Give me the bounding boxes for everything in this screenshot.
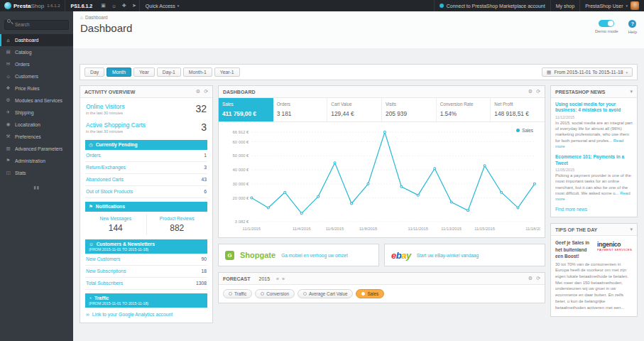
refresh-icon[interactable]: ⟳ (536, 89, 540, 94)
customers-newsletters-header: ☺ Customers & Newsletters (FROM 2015-11-… (85, 239, 207, 254)
shop-name[interactable]: PS1.6.1.2 (65, 0, 99, 11)
online-visitors-link[interactable]: Online Visitors (86, 103, 125, 110)
period-month-1-button[interactable]: Month-1 (183, 67, 212, 77)
kpi-orders[interactable]: Orders3 181 (273, 98, 328, 121)
next-year-button[interactable]: » (282, 276, 285, 281)
cart-icon[interactable]: ▣ (98, 3, 109, 9)
pending-orders-link[interactable]: Orders (86, 153, 101, 158)
refresh-icon[interactable]: ⟳ (536, 276, 540, 281)
sidebar-collapse-icon[interactable]: ▮▮ (33, 185, 40, 190)
period-year-button[interactable]: Year (133, 67, 155, 77)
ingenico-logo-subtext: payment services (597, 248, 633, 251)
kpi-cart-value[interactable]: Cart Value129,44 € (327, 98, 382, 121)
sidebar-item-customers[interactable]: ☺Customers (0, 70, 73, 82)
svg-text:20 000 €: 20 000 € (233, 196, 249, 200)
metric-traffic-pill[interactable]: Traffic (223, 289, 252, 298)
gear-icon[interactable]: ⚙ (196, 89, 200, 94)
quick-access-menu[interactable]: Quick Access ▾ (139, 0, 185, 11)
sidebar-item-catalog[interactable]: ▤Catalog (0, 46, 73, 58)
marketplace-icon (440, 4, 444, 8)
svg-text:3 082 €: 3 082 € (235, 220, 249, 224)
new-messages-value: 144 (87, 223, 145, 233)
pending-returns-link[interactable]: Return/Exchanges (86, 165, 126, 170)
gear-icon[interactable]: ⚙ (528, 276, 533, 281)
kpi-conversion-rate[interactable]: Conversion Rate1.54% (437, 98, 491, 121)
product-reviews-link[interactable]: Product Reviews (148, 216, 207, 221)
chevron-down-icon: ▾ (626, 4, 628, 8)
prestashop-logo[interactable]: PrestaShop 1.6.1.2 (0, 0, 65, 11)
active-carts-value: 3 (201, 121, 207, 133)
period-day-button[interactable]: Day (84, 67, 104, 77)
new-subscriptions-link[interactable]: New Subscriptions (86, 269, 126, 274)
metric-conversion-pill[interactable]: Conversion (255, 289, 295, 298)
toggle-switch[interactable] (599, 20, 614, 27)
sidebar-item-orders[interactable]: ✉Orders (0, 58, 73, 70)
list-item: Return/Exchanges3 (85, 162, 207, 174)
new-customers-link[interactable]: New Customers (86, 256, 120, 261)
period-day-1-button[interactable]: Day-1 (157, 67, 181, 77)
news-headline-link[interactable]: Using social media for your business: 4 … (555, 102, 633, 114)
online-visitors-value: 32 (195, 103, 207, 114)
help-button[interactable]: ? Help (628, 20, 637, 34)
abandoned-carts-link[interactable]: Abandoned Carts (86, 177, 124, 182)
period-year-1-button[interactable]: Year-1 (214, 67, 240, 77)
sidebar-item-label: Shipping (15, 110, 33, 115)
sidebar-item-price-rules[interactable]: ❖Price Rules (0, 82, 73, 94)
panel-title: DASHBOARD (223, 90, 256, 94)
kpi-net-profit[interactable]: Net Profit148 918,51 € (491, 98, 545, 121)
collapse-icon[interactable]: ▾ (630, 89, 633, 94)
forecast-year[interactable]: 2015 (259, 276, 271, 281)
collapse-icon[interactable]: ▾ (630, 227, 633, 232)
sidebar-item-modules[interactable]: ⚙Modules and Services (0, 94, 73, 107)
google-analytics-link[interactable]: ∞ Link to your Google Analytics account (85, 308, 207, 318)
active-carts-link[interactable]: Active Shopping Carts (86, 121, 146, 129)
shopgate-link[interactable]: Ga mobiel en verhoog uw omzet (281, 253, 348, 258)
demo-mode-toggle[interactable]: Demo mode (595, 20, 618, 33)
refresh-icon[interactable]: ⟳ (204, 89, 208, 94)
home-icon: ⌂ (80, 15, 83, 20)
marketplace-link[interactable]: Connect to PrestaShop Marketplace accoun… (434, 0, 550, 11)
gear-icon[interactable]: ⚙ (528, 89, 533, 94)
kpi-row: Sales411 759,00 € Orders3 181 Cart Value… (219, 98, 545, 122)
metric-average-cart-value-pill[interactable]: Average Cart Value (298, 289, 353, 298)
sidebar-item-advanced-parameters[interactable]: ▥Advanced Parameters (0, 143, 73, 155)
news-date: 11/05/2015 (555, 168, 633, 172)
news-headline-link[interactable]: Ecommerce 101: Payments in a Tweet (555, 154, 633, 166)
prev-year-button[interactable]: « (276, 276, 279, 281)
traffic-header: ◔ Traffic (FROM 2015-11-01 TO 2015-11-18… (85, 293, 207, 308)
search-input[interactable] (4, 20, 69, 30)
sidebar-item-dashboard[interactable]: ⌂Dashboard (0, 34, 73, 46)
ebay-link[interactable]: Start uw eBay-winkel vandaag (417, 253, 479, 258)
svg-text:11/8/2015: 11/8/2015 (359, 227, 378, 231)
active-carts-metric: Active Shopping Carts in the last 30 min… (85, 118, 207, 136)
help-icon: ? (628, 20, 636, 28)
kpi-visits[interactable]: Visits205 939 (382, 98, 437, 121)
metric-subtitle: in the last 30 minutes (86, 111, 125, 116)
sidebar-item-localization[interactable]: ◉Localization (0, 119, 73, 131)
sidebar-item-administration[interactable]: ⚑Administration (0, 155, 73, 167)
sidebar-item-label: Preferences (15, 134, 41, 139)
panel-title: FORECAST (223, 276, 251, 281)
radio-icon (261, 292, 264, 296)
my-shop-link[interactable]: My shop (550, 0, 579, 11)
rocket-icon[interactable]: ➤ (129, 3, 139, 9)
new-messages-link[interactable]: New Messages (87, 216, 145, 221)
kpi-sales[interactable]: Sales411 759,00 € (219, 98, 273, 121)
currently-pending-header: ◷ Currently Pending (85, 140, 207, 150)
period-month-button[interactable]: Month (107, 67, 131, 77)
section-subtitle: (FROM 2015-11-01 TO 2015-11-18) (89, 247, 204, 251)
total-subscribers-link[interactable]: Total Subscribers (86, 281, 123, 286)
radio-icon (303, 292, 307, 296)
profile-icon[interactable]: ☺ (109, 4, 119, 9)
out-of-stock-link[interactable]: Out of Stock Products (86, 189, 133, 194)
find-more-news-link[interactable]: Find more news (551, 203, 637, 217)
user-menu[interactable]: PrestaShop User ▾ (579, 0, 644, 11)
date-range-picker[interactable]: ▦ From 2015-11-01 To 2015-11-18 ▾ (542, 67, 633, 77)
metric-sales-pill[interactable]: Sales (356, 289, 384, 298)
home-icon: ⌂ (5, 38, 11, 43)
sidebar-item-stats[interactable]: ◫Stats (0, 167, 73, 179)
sidebar-item-preferences[interactable]: ⚒Preferences (0, 131, 73, 143)
row-value: 6 (204, 189, 207, 194)
sidebar-item-shipping[interactable]: ✈Shipping (0, 107, 73, 119)
plus-icon[interactable]: ✚ (119, 3, 129, 9)
